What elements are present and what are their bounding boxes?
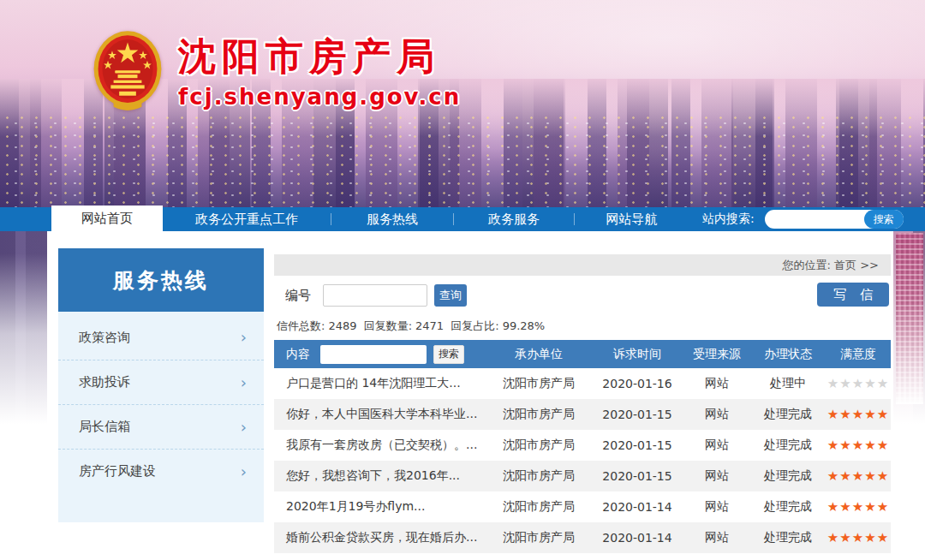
star-icon: ★ bbox=[852, 501, 864, 514]
star-icon: ★ bbox=[839, 501, 851, 514]
letter-date: 2020-01-14 bbox=[591, 531, 683, 545]
site-title: 沈阳市房产局 bbox=[178, 36, 461, 77]
letter-date: 2020-01-16 bbox=[591, 377, 683, 390]
nav-tab-1[interactable]: 政务公开重点工作 bbox=[163, 207, 331, 231]
nav-tab-4[interactable]: 网站导航 bbox=[575, 207, 689, 231]
letter-query-row: 编号 查询 写 信 bbox=[274, 283, 891, 308]
sidebar-item-2[interactable]: 局长信箱› bbox=[58, 404, 264, 449]
stats-total-value: 2489 bbox=[328, 319, 356, 332]
table-row[interactable]: 您好，我想咨询下，我2016年...沈阳市房产局2020-01-15网站处理完成… bbox=[274, 461, 891, 491]
satisfaction-stars: ★★★★★ bbox=[826, 501, 891, 514]
sidebar-item-0[interactable]: 政策咨询› bbox=[58, 315, 264, 360]
sidebar-item-1[interactable]: 求助投诉› bbox=[58, 360, 264, 404]
star-icon: ★ bbox=[827, 470, 839, 483]
table-row[interactable]: 婚前公积金贷款买房，现在婚后办...沈阳市房产局2020-01-14网站处理完成… bbox=[274, 522, 891, 553]
table-row[interactable]: 你好，本人中国医科大学本科毕业...沈阳市房产局2020-01-15网站处理完成… bbox=[274, 399, 891, 430]
sidebar-item-label: 局长信箱 bbox=[79, 419, 130, 435]
letter-source: 网站 bbox=[683, 407, 750, 422]
letter-unit: 沈阳市房产局 bbox=[486, 530, 591, 545]
star-icon: ★ bbox=[877, 378, 889, 390]
letter-unit: 沈阳市房产局 bbox=[486, 376, 591, 391]
column-unit: 承办单位 bbox=[486, 347, 591, 362]
city-lights-decoration bbox=[0, 113, 925, 207]
column-source: 受理来源 bbox=[683, 347, 750, 362]
letter-content-link[interactable]: 户口是营口的 14年沈阳理工大... bbox=[274, 376, 486, 391]
letter-date: 2020-01-15 bbox=[591, 438, 683, 452]
nav-tab-3[interactable]: 政务服务 bbox=[454, 207, 574, 231]
letter-content-link[interactable]: 婚前公积金贷款买房，现在婚后办... bbox=[274, 530, 486, 545]
main-navbar: 网站首页政务公开重点工作服务热线政务服务网站导航 站内搜索: 搜索 bbox=[0, 207, 925, 231]
content-search-input[interactable] bbox=[320, 345, 427, 364]
letter-source: 网站 bbox=[683, 468, 750, 484]
star-icon: ★ bbox=[864, 532, 876, 545]
site-search-label: 站内搜索: bbox=[702, 211, 755, 227]
national-emblem-icon bbox=[92, 29, 163, 113]
letters-table-body: 户口是营口的 14年沈阳理工大...沈阳市房产局2020-01-16网站处理中★… bbox=[274, 368, 891, 560]
letter-stats: 信件总数:2489 回复数量:2471 回复占比:99.28% bbox=[274, 319, 891, 334]
breadcrumb-arrows: >> bbox=[860, 259, 879, 271]
star-icon: ★ bbox=[839, 439, 851, 452]
sidebar-item-label: 求助投诉 bbox=[79, 374, 130, 390]
star-icon: ★ bbox=[827, 501, 839, 514]
query-button[interactable]: 查询 bbox=[434, 284, 467, 307]
breadcrumb: 您的位置: 首页 >> bbox=[274, 254, 891, 276]
chevron-right-icon: › bbox=[241, 464, 247, 480]
letter-status: 处理完成 bbox=[750, 530, 826, 545]
letter-content-link[interactable]: 您好，我想咨询下，我2016年... bbox=[274, 468, 486, 484]
letter-status: 处理完成 bbox=[750, 499, 826, 515]
letter-source: 网站 bbox=[683, 530, 750, 545]
star-icon: ★ bbox=[877, 439, 889, 452]
letter-content-link[interactable]: 2020年1月19号办flym... bbox=[274, 499, 486, 515]
satisfaction-stars: ★★★★★ bbox=[826, 378, 891, 390]
letter-id-label: 编号 bbox=[285, 288, 311, 304]
letter-content-link[interactable]: 我原有一套房改房（已交契税）。... bbox=[274, 438, 486, 453]
sidebar-item-3[interactable]: 房产行风建设› bbox=[58, 449, 264, 493]
chevron-right-icon: › bbox=[241, 375, 247, 390]
star-icon: ★ bbox=[852, 470, 864, 483]
nav-tabs: 网站首页政务公开重点工作服务热线政务服务网站导航 bbox=[51, 206, 689, 233]
stats-reply-value: 2471 bbox=[415, 319, 444, 332]
page: 沈阳市房产局 fcj.shenyang.gov.cn 网站首页政务公开重点工作服… bbox=[0, 0, 925, 560]
letter-unit: 沈阳市房产局 bbox=[486, 468, 591, 484]
column-satisfaction: 满意度 bbox=[826, 347, 891, 362]
site-search: 站内搜索: 搜索 bbox=[702, 210, 904, 229]
star-icon: ★ bbox=[827, 439, 839, 452]
star-icon: ★ bbox=[864, 439, 876, 452]
chevron-right-icon: › bbox=[241, 330, 247, 345]
content-search-button[interactable]: 搜索 bbox=[433, 345, 464, 364]
letter-status: 处理中 bbox=[750, 376, 826, 391]
star-icon: ★ bbox=[827, 532, 839, 545]
site-search-button[interactable]: 搜索 bbox=[864, 210, 904, 229]
letter-unit: 沈阳市房产局 bbox=[486, 438, 591, 453]
star-icon: ★ bbox=[852, 532, 864, 545]
sidebar-title: 服务热线 bbox=[58, 248, 264, 312]
stats-total-label: 信件总数: bbox=[277, 319, 325, 332]
brand-text: 沈阳市房产局 fcj.shenyang.gov.cn bbox=[178, 29, 461, 110]
nav-tab-2[interactable]: 服务热线 bbox=[331, 207, 453, 231]
letter-content-link[interactable]: 你好，本人中国医科大学本科毕业... bbox=[274, 407, 486, 422]
star-icon: ★ bbox=[864, 408, 876, 421]
column-date: 诉求时间 bbox=[591, 347, 683, 362]
site-url: fcj.shenyang.gov.cn bbox=[178, 84, 461, 110]
table-row[interactable]: 2020年1月19号办flym...沈阳市房产局2020-01-14网站处理完成… bbox=[274, 491, 891, 522]
letter-unit: 沈阳市房产局 bbox=[486, 499, 591, 515]
sidebar-item-label: 政策咨询 bbox=[79, 330, 130, 346]
table-row[interactable]: 我16年买的房子，用个人公积金...沈阳市房产局2020-01-14网站处理完成… bbox=[274, 553, 891, 560]
star-icon: ★ bbox=[839, 470, 851, 483]
breadcrumb-home-link[interactable]: 首页 bbox=[834, 259, 856, 271]
table-row[interactable]: 户口是营口的 14年沈阳理工大...沈阳市房产局2020-01-16网站处理中★… bbox=[274, 368, 891, 399]
star-icon: ★ bbox=[864, 501, 876, 514]
letter-id-input[interactable] bbox=[323, 284, 427, 307]
star-icon: ★ bbox=[827, 378, 839, 390]
write-letter-button[interactable]: 写 信 bbox=[817, 283, 889, 307]
background-building-decoration bbox=[896, 233, 923, 404]
nav-tab-0[interactable]: 网站首页 bbox=[51, 206, 163, 233]
star-icon: ★ bbox=[839, 532, 851, 545]
site-header: 沈阳市房产局 fcj.shenyang.gov.cn bbox=[0, 0, 925, 207]
star-icon: ★ bbox=[877, 470, 889, 483]
table-row[interactable]: 我原有一套房改房（已交契税）。...沈阳市房产局2020-01-15网站处理完成… bbox=[274, 430, 891, 461]
sidebar: 服务热线 政策咨询›求助投诉›局长信箱›房产行风建设› bbox=[58, 248, 264, 522]
star-icon: ★ bbox=[839, 408, 851, 421]
star-icon: ★ bbox=[864, 470, 876, 483]
main-content: 您的位置: 首页 >> 编号 查询 写 信 信件总数:2489 回复数量:247… bbox=[274, 231, 891, 560]
